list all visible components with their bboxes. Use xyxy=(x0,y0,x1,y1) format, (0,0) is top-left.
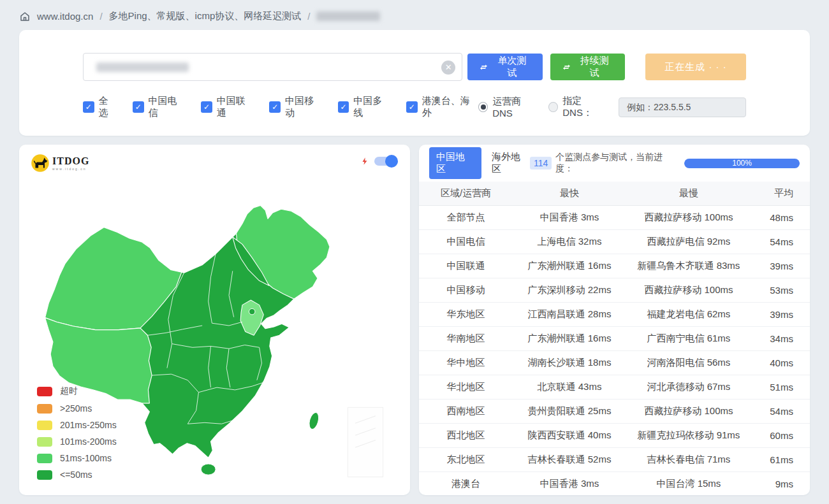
radio-unselected-icon[interactable] xyxy=(548,102,558,112)
legend-item-le50: <=50ms xyxy=(37,470,117,480)
table-row[interactable]: 全部节点中国香港 3ms西藏拉萨移动 100ms48ms xyxy=(419,206,810,230)
filter-select-all[interactable]: ✓全选 xyxy=(83,95,117,119)
table-row[interactable]: 华中地区湖南长沙联通 18ms河南洛阳电信 56ms40ms xyxy=(419,351,810,375)
legend-swatch-orange xyxy=(37,404,52,414)
checkbox-checked-icon[interactable]: ✓ xyxy=(406,101,418,113)
progress-bar: 100% xyxy=(684,159,800,168)
carrier-filter-group: ✓全选 ✓中国电信 ✓中国联通 ✓中国移动 ✓中国多线 ✓港澳台、海外 xyxy=(83,95,478,119)
legend-item-timeout: 超时 xyxy=(37,385,117,397)
legend-item-51-100: 51ms-100ms xyxy=(37,453,117,463)
logo-subtitle: www.itdog.cn xyxy=(52,168,89,171)
legend-swatch-red xyxy=(37,387,52,396)
filter-hk-mo-tw-overseas[interactable]: ✓港澳台、海外 xyxy=(406,95,478,119)
refresh-icon xyxy=(562,62,571,72)
toggle-knob[interactable] xyxy=(385,155,398,168)
blurred-target-host xyxy=(316,11,380,21)
filter-china-mobile[interactable]: ✓中国移动 xyxy=(269,95,322,119)
table-row[interactable]: 中国电信上海电信 32ms西藏拉萨电信 92ms54ms xyxy=(419,230,810,254)
dns-option-group: 运营商DNS 指定DNS： xyxy=(478,95,746,119)
filter-china-telecom[interactable]: ✓中国电信 xyxy=(133,95,186,119)
generating-status-button: 正在生成 · · · xyxy=(645,54,746,80)
checkbox-checked-icon[interactable]: ✓ xyxy=(133,101,144,113)
lightning-icon xyxy=(360,156,369,166)
south-china-sea-inset xyxy=(348,407,383,477)
continuous-test-button[interactable]: 持续测试 xyxy=(550,54,625,80)
test-control-card: ✕ 单次测试 持续测试 正在生成 · · · ✓全选 ✓中国电信 ✓中国联通 ✓… xyxy=(19,30,810,136)
single-test-button[interactable]: 单次测试 xyxy=(467,54,542,80)
custom-dns-input[interactable] xyxy=(619,97,746,117)
tab-overseas-region[interactable]: 海外地区 xyxy=(492,151,530,175)
refresh-icon xyxy=(479,62,488,72)
legend-swatch-green xyxy=(37,454,52,463)
test-results-panel: 中国地区 海外地区 114 个监测点参与测试，当前进度： 100% 区域/运营商… xyxy=(419,145,810,495)
legend-item-201-250: 201ms-250ms xyxy=(37,420,117,430)
filter-china-multiline[interactable]: ✓中国多线 xyxy=(338,95,391,119)
table-row[interactable]: 中国联通广东潮州联通 16ms新疆乌鲁木齐联通 83ms39ms xyxy=(419,254,810,278)
home-icon xyxy=(19,11,31,22)
breadcrumb-separator: / xyxy=(99,11,102,22)
legend-item-101-200: 101ms-200ms xyxy=(37,436,117,447)
table-row[interactable]: 西南地区贵州贵阳联通 25ms西藏拉萨移动 100ms54ms xyxy=(419,400,810,424)
checkbox-checked-icon[interactable]: ✓ xyxy=(201,101,212,113)
breadcrumb-path[interactable]: 多地Ping、常规版、icmp协议、网络延迟测试 xyxy=(109,10,302,22)
monitor-count-badge: 114 xyxy=(530,157,552,169)
radio-selected-icon[interactable] xyxy=(478,102,488,112)
itdog-logo: ITDOG www.itdog.cn xyxy=(31,154,89,173)
table-row[interactable]: 华南地区广东潮州联通 16ms广西南宁电信 61ms34ms xyxy=(419,327,810,351)
custom-dns-radio[interactable]: 指定DNS： xyxy=(548,95,610,119)
checkbox-checked-icon[interactable]: ✓ xyxy=(269,101,281,113)
breadcrumb-separator: / xyxy=(307,11,310,22)
carrier-dns-radio[interactable]: 运营商DNS xyxy=(478,96,539,119)
table-row[interactable]: 华东地区江西南昌联通 28ms福建龙岩电信 62ms39ms xyxy=(419,303,810,327)
legend-swatch-darkgreen xyxy=(37,470,52,480)
tab-china-region[interactable]: 中国地区 xyxy=(429,147,481,179)
clear-input-icon[interactable]: ✕ xyxy=(441,61,455,75)
legend-item-gt250: >250ms xyxy=(37,403,117,414)
table-row[interactable]: 港澳台中国香港 3ms中国台湾 15ms9ms xyxy=(419,472,810,495)
china-latency-map-panel: ITDOG www.itdog.cn xyxy=(19,145,410,495)
legend-swatch-yellow xyxy=(37,421,52,430)
table-row[interactable]: 西北地区陕西西安联通 40ms新疆克拉玛依移动 91ms60ms xyxy=(419,424,810,448)
target-host-input[interactable]: ✕ xyxy=(83,53,462,81)
results-table-body: 全部节点中国香港 3ms西藏拉萨移动 100ms48ms 中国电信上海电信 32… xyxy=(419,206,810,495)
table-row[interactable]: 中国移动广东深圳移动 22ms西藏拉萨移动 100ms53ms xyxy=(419,278,810,303)
latency-legend: 超时 >250ms 201ms-250ms 101ms-200ms 51ms-1… xyxy=(37,385,117,480)
fast-mode-toggle[interactable] xyxy=(374,157,396,166)
dog-logo-icon xyxy=(31,154,50,173)
breadcrumb: www.itdog.cn / 多地Ping、常规版、icmp协议、网络延迟测试 … xyxy=(0,0,829,30)
logo-title: ITDOG xyxy=(52,156,89,166)
breadcrumb-home[interactable]: www.itdog.cn xyxy=(37,11,93,22)
filter-china-unicom[interactable]: ✓中国联通 xyxy=(201,95,254,119)
results-table-header: 区域/运营商 最快 最慢 平均 xyxy=(419,182,810,206)
legend-swatch-lightgreen xyxy=(37,437,52,447)
table-row[interactable]: 东北地区吉林长春联通 52ms吉林长春电信 71ms61ms xyxy=(419,448,810,472)
table-row[interactable]: 华北地区北京联通 43ms河北承德移动 67ms51ms xyxy=(419,375,810,400)
blurred-input-value xyxy=(96,62,189,72)
checkbox-checked-icon[interactable]: ✓ xyxy=(83,101,94,113)
monitor-count-text: 个监测点参与测试，当前进度： xyxy=(555,152,680,175)
checkbox-checked-icon[interactable]: ✓ xyxy=(338,101,349,113)
